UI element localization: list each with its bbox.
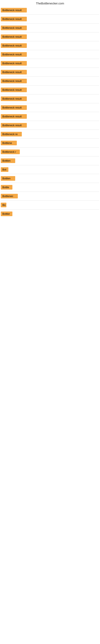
bottleneck-result-badge[interactable]: Bottleneck result	[1, 70, 27, 74]
bottleneck-result-badge[interactable]: Bottleneck result	[1, 61, 27, 66]
card-row: Bottler	[0, 210, 100, 218]
card-row: Bottleneck result	[0, 121, 100, 130]
card-row: Bottleneck result	[0, 94, 100, 103]
cards-container: Bottleneck resultBottleneck resultBottle…	[0, 6, 100, 218]
card-row: Bottleneck result	[0, 6, 100, 14]
bottleneck-result-badge[interactable]: Bottleneck result	[1, 43, 27, 48]
site-header: TheBottlenecker.com	[0, 0, 100, 6]
bottleneck-result-badge[interactable]: Bottler	[1, 212, 12, 216]
bottleneck-result-badge[interactable]: Bottleneck result	[1, 52, 27, 57]
bottleneck-result-badge[interactable]: Bottlene	[1, 141, 17, 145]
bottleneck-result-badge[interactable]: Bottleneck re	[1, 132, 22, 136]
bottleneck-result-badge[interactable]: Bottleneck result	[1, 79, 27, 83]
bottleneck-result-badge[interactable]: Bottleneck result	[1, 96, 27, 101]
card-row: Bottle	[0, 183, 100, 192]
card-row: Bottleneck result	[0, 41, 100, 50]
bottleneck-result-badge[interactable]: Bottlen	[1, 176, 15, 181]
bottleneck-result-badge[interactable]: Bot	[1, 167, 8, 172]
bottom-spacer	[0, 218, 100, 339]
bottleneck-result-badge[interactable]: Bottlen	[1, 158, 15, 163]
bottleneck-result-badge[interactable]: Bottle	[1, 185, 12, 190]
card-row: Bottleneck result	[0, 32, 100, 41]
bottleneck-result-badge[interactable]: Bottleneck result	[1, 26, 27, 30]
bottleneck-result-badge[interactable]: Bottleneck result	[1, 34, 27, 39]
card-row: Bottlen	[0, 156, 100, 165]
card-row: Bot	[0, 165, 100, 174]
bottleneck-result-badge[interactable]: Bottleneck result	[1, 114, 27, 119]
bottleneck-result-badge[interactable]: Bottleneck result	[1, 123, 27, 128]
card-row: Bottleneck result	[0, 59, 100, 68]
site-title: TheBottlenecker.com	[36, 2, 64, 5]
card-row: Bottlen	[0, 174, 100, 183]
bottleneck-result-badge[interactable]: Bottleneck r	[1, 150, 20, 154]
bottleneck-result-badge[interactable]: Bottleneck result	[1, 88, 27, 92]
card-row: Bottleneck result	[0, 15, 100, 23]
card-row: Bottleneck result	[0, 68, 100, 76]
card-row: Bottleneck result	[0, 112, 100, 121]
card-row: Bottlene	[0, 139, 100, 147]
card-row: Bottleneck result	[0, 50, 100, 59]
card-row: Bottleneck result	[0, 77, 100, 85]
card-row: Bottleneck r	[0, 148, 100, 156]
card-row: Bottleneck result	[0, 24, 100, 32]
card-row: Bottleneck result	[0, 103, 100, 112]
bottleneck-result-badge[interactable]: Bottlenec	[1, 194, 18, 198]
card-row: Bo	[0, 201, 100, 209]
card-row: Bottleneck re	[0, 130, 100, 138]
bottleneck-result-badge[interactable]: Bottleneck result	[1, 17, 27, 21]
bottleneck-result-badge[interactable]: Bottleneck result	[1, 105, 27, 110]
card-row: Bottleneck result	[0, 86, 100, 94]
bottleneck-result-badge[interactable]: Bottleneck result	[1, 8, 27, 12]
bottleneck-result-badge[interactable]: Bo	[1, 203, 6, 207]
card-row: Bottlenec	[0, 192, 100, 200]
